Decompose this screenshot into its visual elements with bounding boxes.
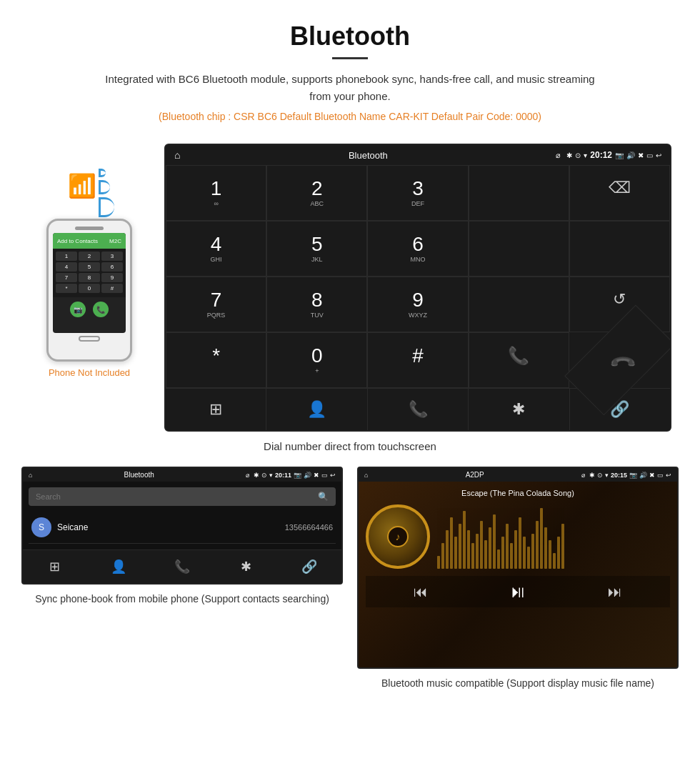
phone-key-9: 9 (101, 273, 123, 282)
sub-pqrs: PQRS (172, 312, 260, 319)
phone-screen: Add to Contacts M2C 1 2 3 4 5 6 7 (53, 233, 126, 333)
music-note-icon: ♪ (396, 531, 401, 542)
title-divider (332, 57, 368, 59)
pb-win-icon[interactable]: ▭ (321, 472, 328, 479)
nav-bluetooth-icon[interactable]: ✱ (469, 389, 569, 430)
main-caption: Dial number direct from touchscreen (0, 440, 700, 452)
music-vol-icon[interactable]: 🔊 (639, 472, 647, 479)
music-cover-area: ♪ (366, 504, 670, 569)
search-icon: 🔍 (318, 492, 329, 502)
dial-key-1[interactable]: 1 ∞ (166, 165, 266, 221)
music-time: 20:15 (611, 472, 627, 479)
sub-wxyz: WXYZ (374, 312, 461, 319)
music-play-pause-button[interactable]: ⏯ (509, 582, 526, 602)
phonebook-screenshot-item: ⌂ Bluetooth ⌀ ✱ ⊙ ▾ 20:11 📷 🔊 ✖ ▭ ↩ (21, 467, 343, 691)
nav-phone-icon[interactable]: 📞 (368, 389, 469, 430)
pb-back-icon[interactable]: ↩ (330, 472, 336, 479)
dial-key-hash[interactable]: # (367, 332, 468, 388)
digit-7: 7 (172, 290, 260, 310)
close-icon[interactable]: ✖ (638, 151, 644, 159)
dial-key-8[interactable]: 8 TUV (266, 277, 367, 332)
digit-hash: # (374, 346, 461, 366)
volume-icon[interactable]: 🔊 (626, 151, 635, 159)
music-controls: ⏮ ⏯ ⏭ (366, 576, 670, 607)
music-win-icon[interactable]: ▭ (657, 472, 664, 479)
phone-contact-label: Add to Contacts (57, 238, 98, 244)
camera-icon[interactable]: 📷 (615, 151, 624, 159)
pb-cam-icon[interactable]: 📷 (294, 472, 301, 479)
window-icon[interactable]: ▭ (646, 151, 653, 159)
wave-arc-large (99, 197, 114, 217)
nav-contacts-icon[interactable]: 👤 (266, 389, 367, 430)
dial-key-call-green[interactable]: 📞 (469, 332, 569, 388)
sub-ghi: GHI (172, 256, 260, 263)
dial-key-6[interactable]: 6 MNO (367, 221, 468, 277)
music-close-icon[interactable]: ✖ (649, 472, 655, 479)
music-prev-button[interactable]: ⏮ (414, 584, 428, 600)
dial-key-2[interactable]: 2 ABC (266, 165, 367, 221)
phone-speaker (75, 227, 104, 230)
digit-8: 8 (273, 290, 361, 310)
music-bt-icon: ✱ (589, 472, 595, 479)
pb-nav-grid[interactable]: ⊞ (23, 550, 86, 583)
digit-9: 9 (374, 290, 461, 310)
dial-key-5[interactable]: 5 JKL (266, 221, 367, 277)
dial-key-4[interactable]: 4 GHI (166, 221, 266, 277)
dial-key-empty-1 (469, 165, 569, 221)
home-icon[interactable]: ⌂ (174, 149, 180, 161)
bluetooth-info: (Bluetooth chip : CSR BC6 Default Blueto… (14, 111, 686, 122)
dialpad-grid: 1 ∞ 2 ABC 3 DEF ⌫ 4 GHI 5 JKL (166, 165, 670, 388)
pb-nav-contacts[interactable]: 👤 (86, 550, 150, 583)
music-screen-title: A2DP (372, 471, 577, 479)
digit-star: * (172, 346, 260, 366)
dial-key-star[interactable]: * (166, 332, 266, 388)
digit-0: 0 (273, 346, 361, 366)
sub-mno: MNO (374, 256, 461, 263)
dial-key-9[interactable]: 9 WXYZ (367, 277, 468, 332)
location-status-icon: ⊙ (575, 151, 581, 159)
status-icons: ✱ ⊙ ▾ 20:12 📷 🔊 ✖ ▭ ↩ (566, 150, 661, 160)
music-cam-icon[interactable]: 📷 (629, 472, 637, 479)
dial-key-0[interactable]: 0 + (266, 332, 367, 388)
pb-close-icon[interactable]: ✖ (314, 472, 319, 479)
pb-wifi-icon: ▾ (269, 472, 273, 479)
dial-key-7[interactable]: 7 PQRS (166, 277, 266, 332)
phone-home-button (79, 336, 100, 342)
digit-6: 6 (374, 234, 461, 254)
sub-voicemail: ∞ (172, 200, 260, 207)
pb-nav-bluetooth[interactable]: ✱ (214, 550, 278, 583)
page-title: Bluetooth (14, 21, 686, 51)
nav-dialpad-icon[interactable]: ⊞ (166, 389, 266, 430)
wifi-status-icon: ▾ (584, 151, 587, 159)
pb-nav-phone[interactable]: 📞 (150, 550, 214, 583)
sub-jkl: JKL (273, 256, 361, 263)
phone-mockup: Add to Contacts M2C 1 2 3 4 5 6 7 (46, 219, 132, 362)
digit-4: 4 (172, 234, 260, 254)
dial-key-3[interactable]: 3 DEF (367, 165, 468, 221)
phone-key-0: 0 (79, 284, 100, 293)
page-header: Bluetooth Integrated with BC6 Bluetooth … (0, 0, 700, 144)
digit-1: 1 (172, 179, 260, 199)
music-home-icon[interactable]: ⌂ (364, 472, 368, 479)
phonebook-caption: Sync phone-book from mobile phone (Suppo… (35, 592, 329, 607)
dial-key-backspace[interactable]: ⌫ (569, 165, 670, 221)
pb-search-input[interactable] (36, 492, 318, 501)
pb-screen-title: Bluetooth (36, 471, 241, 479)
back-icon[interactable]: ↩ (656, 151, 661, 159)
music-next-button[interactable]: ⏭ (608, 584, 622, 600)
pb-vol-icon[interactable]: 🔊 (304, 472, 311, 479)
phone-dialpad: 1 2 3 4 5 6 7 8 9 * (53, 249, 126, 297)
sub-tuv: TUV (273, 312, 361, 319)
bt-symbol-icon: 📶 (68, 172, 96, 199)
pb-contact-row: S Seicane 13566664466 (29, 512, 336, 544)
music-back-icon[interactable]: ↩ (666, 472, 671, 479)
sub-def: DEF (374, 200, 461, 207)
digit-5: 5 (273, 234, 361, 254)
pb-search-bar[interactable]: 🔍 (29, 487, 336, 506)
pb-home-icon[interactable]: ⌂ (29, 472, 32, 479)
pb-nav-link[interactable]: 🔗 (278, 550, 341, 583)
music-waveform (437, 504, 670, 569)
phone-green-call: 📞 (93, 302, 109, 317)
pb-loc-icon: ⊙ (261, 472, 267, 479)
phonebook-screen: ⌂ Bluetooth ⌀ ✱ ⊙ ▾ 20:11 📷 🔊 ✖ ▭ ↩ (21, 467, 343, 585)
